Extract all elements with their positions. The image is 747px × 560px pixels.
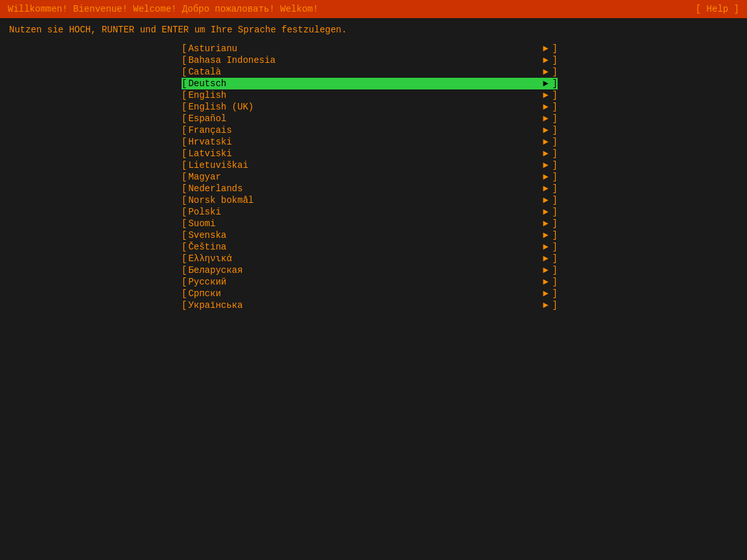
language-item[interactable]: [ Français►] <box>182 124 558 136</box>
language-list: [ Asturianu►][ Bahasa Indonesia►][ Catal… <box>0 41 747 311</box>
language-item[interactable]: [ Српски►] <box>182 288 558 299</box>
language-item[interactable]: [ Suomi►] <box>182 218 558 229</box>
language-item[interactable]: [ Español►] <box>182 113 558 124</box>
language-item[interactable]: [ Українська►] <box>182 299 558 311</box>
language-item[interactable]: [ English►] <box>182 89 558 101</box>
language-item[interactable]: [ Čeština►] <box>182 241 558 253</box>
language-item[interactable]: [ Latviski►] <box>182 148 558 159</box>
language-item[interactable]: [ Bahasa Indonesia►] <box>182 54 558 66</box>
language-item[interactable]: [ English (UK)►] <box>182 101 558 113</box>
language-item[interactable]: [ Ελληνικά►] <box>182 253 558 264</box>
language-item[interactable]: [ Русский►] <box>182 276 558 288</box>
language-item[interactable]: [ Svenska►] <box>182 229 558 241</box>
language-item[interactable]: [ Deutsch►] <box>182 78 558 89</box>
header-title: Willkommen! Bienvenue! Welcome! Добро по… <box>8 4 318 14</box>
language-item[interactable]: [ Norsk bokmål►] <box>182 194 558 206</box>
language-item[interactable]: [ Беларуская►] <box>182 264 558 276</box>
language-item[interactable]: [ Català►] <box>182 66 558 78</box>
header-bar: Willkommen! Bienvenue! Welcome! Добро по… <box>0 0 747 18</box>
language-item[interactable]: [ Polski►] <box>182 206 558 218</box>
language-item[interactable]: [ Asturianu►] <box>182 43 558 54</box>
language-item[interactable]: [ Nederlands►] <box>182 183 558 194</box>
language-item[interactable]: [ Lietuviškai►] <box>182 159 558 171</box>
instruction-text: Nutzen sie HOCH, RUNTER und ENTER um Ihr… <box>0 18 747 41</box>
help-button[interactable]: [ Help ] <box>696 4 739 14</box>
language-item[interactable]: [ Magyar►] <box>182 171 558 183</box>
language-item[interactable]: [ Hrvatski►] <box>182 136 558 148</box>
